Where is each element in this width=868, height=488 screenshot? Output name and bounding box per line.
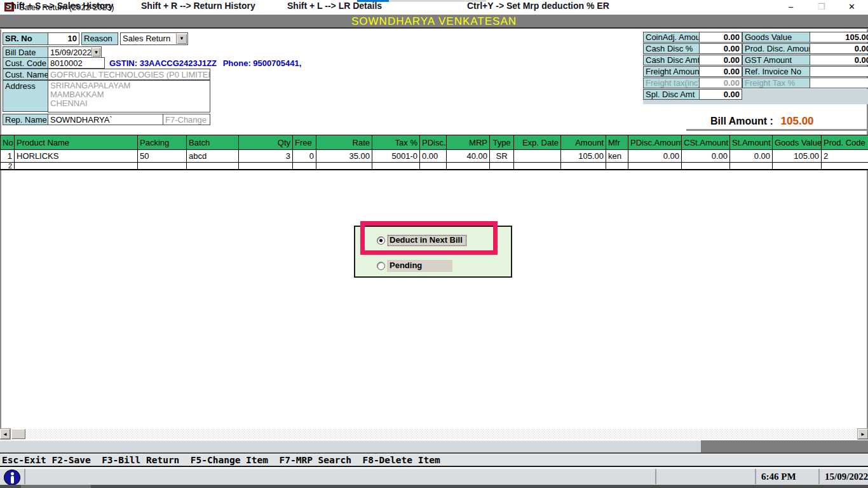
- column-header: PDisc.Amount: [628, 135, 682, 150]
- cust-code-field[interactable]: 8010002: [48, 57, 105, 69]
- table-row[interactable]: 2: [1, 163, 868, 170]
- cell-empty[interactable]: [138, 163, 187, 170]
- cell-empty[interactable]: [514, 163, 561, 170]
- sr-no-field[interactable]: 10: [48, 32, 79, 45]
- address-field: SRIRANGAPALAYAM MAMBAKKAM CHENNAI: [48, 80, 210, 112]
- shortcut-hint-bar: [0, 440, 701, 454]
- rep-name-label: Rep. Name: [3, 114, 48, 125]
- phone-value: Phone: 9500705441,: [223, 58, 302, 68]
- cell-packing[interactable]: 50: [138, 150, 187, 163]
- hint-sales-history: Shift + S --> Sales History: [5, 1, 113, 11]
- cell-empty[interactable]: [773, 163, 822, 170]
- scroll-right-button[interactable]: ►: [858, 429, 868, 439]
- cell-empty[interactable]: [561, 163, 606, 170]
- cell-empty[interactable]: [490, 163, 514, 170]
- cell-empty[interactable]: [628, 163, 682, 170]
- summary-value[interactable]: [810, 66, 868, 77]
- close-button[interactable]: ✕: [837, 0, 866, 14]
- banner-title: SOWNDHARYA VENKATESAN: [351, 15, 517, 27]
- column-header: No: [1, 135, 15, 150]
- cell-cst-amount[interactable]: 0.00: [682, 150, 730, 163]
- cell-tax[interactable]: 5001-0: [372, 150, 420, 163]
- cell-batch[interactable]: abcd: [187, 150, 239, 163]
- cell-empty[interactable]: [822, 163, 868, 170]
- column-header: PDisc.: [420, 135, 447, 150]
- cell-empty[interactable]: [682, 163, 730, 170]
- table-row[interactable]: 1 HORLICKS 50 abcd 3 0 35.00 5001-0 0.00…: [1, 150, 868, 163]
- address-label: Address: [3, 80, 48, 112]
- status-cell-extra: [656, 469, 756, 484]
- cell-pdisc-amount[interactable]: 0.00: [628, 150, 682, 163]
- status-cell-date: 15/09/2022: [820, 469, 868, 484]
- f7-change-button[interactable]: F7-Change: [163, 114, 210, 125]
- scroll-left-button[interactable]: ◄: [0, 429, 10, 439]
- scrollbar-thumb[interactable]: [11, 429, 25, 439]
- status-cell-message: [25, 469, 656, 484]
- cell-empty[interactable]: [447, 163, 490, 170]
- cell-empty[interactable]: [606, 163, 628, 170]
- bill-amount-underline: [686, 129, 868, 131]
- function-key-text: Esc-Exit F2-Save F3-Bill Return F5-Chang…: [2, 455, 440, 465]
- summary-filler: [742, 89, 868, 104]
- cell-no: 1: [1, 150, 15, 163]
- summary-value: 0.00: [699, 78, 742, 88]
- taskbar-edge: [0, 485, 868, 488]
- pending-radio[interactable]: [377, 262, 385, 270]
- summary-value: [810, 78, 868, 88]
- rep-name-field[interactable]: SOWNDHARYA`: [48, 114, 163, 125]
- cell-empty[interactable]: [187, 163, 239, 170]
- cell-free[interactable]: 0: [293, 150, 316, 163]
- bill-amount-label: Bill Amount :: [710, 116, 773, 126]
- summary-label: Freight tax(inc): [643, 78, 700, 88]
- cell-exp-date[interactable]: [514, 150, 561, 163]
- bill-date-label: Bill Date: [3, 46, 48, 58]
- bill-date-value: 15/09/2022: [50, 48, 92, 57]
- column-header: Qty: [239, 135, 293, 150]
- reason-dropdown[interactable]: Sales Return ▼: [120, 32, 188, 45]
- gstin-value: GSTIN: 33AACCG2423J1ZZ: [109, 58, 217, 68]
- column-header: Free: [293, 135, 316, 150]
- cell-st-amount[interactable]: 0.00: [730, 150, 773, 163]
- cell-empty[interactable]: [316, 163, 372, 170]
- address-line: MAMBAKKAM: [50, 90, 208, 99]
- column-header: MRP: [447, 135, 490, 150]
- column-header: Goods Value: [773, 135, 822, 150]
- hint-bar-dark-end: [701, 440, 868, 454]
- cell-amount[interactable]: 105.00: [561, 150, 606, 163]
- pending-label[interactable]: Pending: [387, 260, 452, 272]
- reason-dropdown-arrow-icon[interactable]: ▼: [176, 34, 187, 44]
- highlight-annotation-box: [360, 221, 498, 255]
- cell-empty[interactable]: [15, 163, 138, 170]
- cell-goods-value[interactable]: 105.00: [773, 150, 822, 163]
- info-icon-dot: [11, 472, 14, 475]
- reason-label: Reason: [81, 32, 118, 45]
- summary-value: 0.00: [699, 66, 742, 77]
- column-header: Type: [490, 135, 514, 150]
- info-icon[interactable]: [4, 470, 20, 485]
- bill-date-dropdown-arrow-icon[interactable]: ▼: [92, 48, 100, 57]
- cell-mfr[interactable]: ken: [606, 150, 628, 163]
- taskbar-edge-segment: [21, 485, 91, 488]
- cell-empty[interactable]: [420, 163, 447, 170]
- title-bar: [0, 0, 868, 14]
- cell-type[interactable]: SR: [490, 150, 514, 163]
- cell-product-name[interactable]: HORLICKS: [15, 150, 138, 163]
- banner: SOWNDHARYA VENKATESAN: [0, 15, 868, 29]
- cell-prod-code[interactable]: 2: [822, 150, 868, 163]
- column-header: Rate: [316, 135, 372, 150]
- cell-empty[interactable]: [239, 163, 293, 170]
- cell-qty[interactable]: 3: [239, 150, 293, 163]
- hint-lr-details: Shift + L --> LR Details: [287, 1, 382, 11]
- minimize-button[interactable]: –: [776, 0, 805, 14]
- cell-empty[interactable]: [730, 163, 773, 170]
- status-time: 6:46 PM: [756, 469, 818, 484]
- summary-value: 105.00: [810, 32, 868, 43]
- cell-mrp[interactable]: 40.00: [447, 150, 490, 163]
- cell-pdisc[interactable]: 0.00: [420, 150, 447, 163]
- cell-empty[interactable]: [293, 163, 316, 170]
- cell-rate[interactable]: 35.00: [316, 150, 372, 163]
- cell-empty[interactable]: [372, 163, 420, 170]
- horizontal-scrollbar[interactable]: ◄ ►: [0, 429, 868, 439]
- column-header: St.Amount: [730, 135, 773, 150]
- bill-date-field[interactable]: 15/09/2022 ▼: [48, 46, 102, 58]
